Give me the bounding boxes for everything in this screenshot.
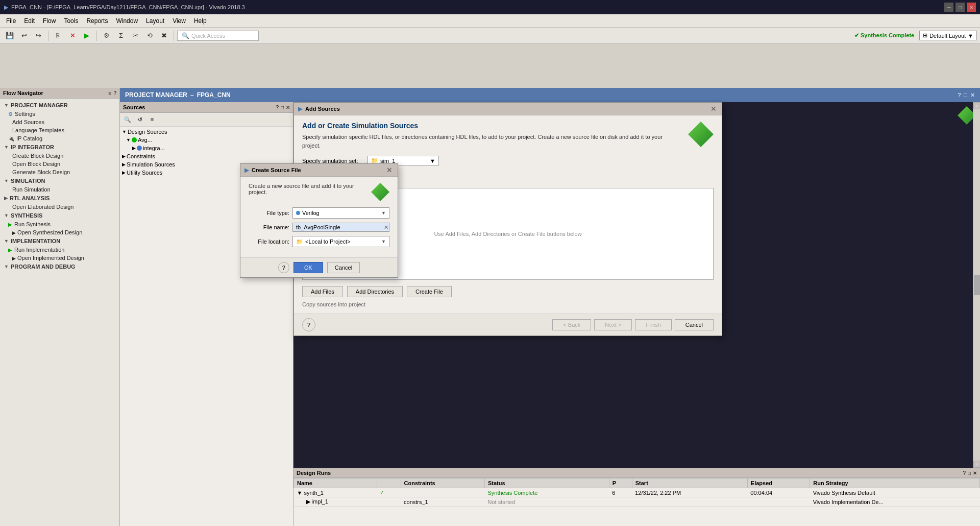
menu-reports[interactable]: Reports: [82, 16, 112, 26]
nav-item-open-block-design[interactable]: Open Block Design: [0, 160, 119, 168]
file-type-dropdown[interactable]: Verilog ▼: [292, 207, 389, 219]
nav-item-language-templates[interactable]: Language Templates: [0, 126, 119, 134]
nav-item-add-sources[interactable]: Add Sources: [0, 118, 119, 126]
create-file-button[interactable]: Create File: [407, 286, 452, 297]
titlebar: ▶ FPGA_CNN - [E:/FPGA_Learn/FPGA/Day1211…: [0, 0, 980, 14]
nav-item-run-simulation[interactable]: Run Simulation: [0, 185, 119, 194]
create-source-help-btn[interactable]: ?: [278, 262, 289, 273]
scroll-thumb[interactable]: [974, 275, 980, 295]
cancel-button[interactable]: Cancel: [675, 319, 714, 330]
create-source-header: ▶ Create Source File ✕: [240, 164, 398, 177]
tree-item-avg[interactable]: ▼ Avg...: [120, 136, 293, 144]
pm-close-btn[interactable]: ✕: [970, 92, 975, 99]
quick-access-bar[interactable]: 🔍 Quick Access: [177, 31, 259, 41]
tools-btn-3[interactable]: ✂: [129, 30, 142, 42]
close-button[interactable]: ✕: [967, 3, 976, 12]
help-circle-btn[interactable]: ?: [302, 318, 315, 331]
add-directories-button[interactable]: Add Directories: [347, 286, 403, 297]
sources-search-btn[interactable]: 🔍: [122, 114, 133, 125]
finish-button[interactable]: Finish: [635, 319, 671, 330]
cut-button[interactable]: ✕: [66, 30, 79, 42]
nav-item-ip-catalog[interactable]: 🔌 IP Catalog: [0, 134, 119, 142]
sources-help-btn[interactable]: ?: [276, 105, 279, 110]
design-runs-close-btn[interactable]: ✕: [973, 470, 977, 476]
nav-section-synthesis[interactable]: ▼ SYNTHESIS: [0, 211, 119, 220]
nav-section-ip-integrator[interactable]: ▼ IP INTEGRATOR: [0, 142, 119, 152]
tree-item-label: Avg...: [138, 137, 152, 143]
nav-item-open-elaborated[interactable]: Open Elaborated Design: [0, 203, 119, 211]
tree-item-constraints[interactable]: ▶ Constraints: [120, 152, 293, 160]
menu-help[interactable]: Help: [190, 16, 211, 26]
menu-tools[interactable]: Tools: [60, 16, 82, 26]
nav-section-simulation[interactable]: ▼ SIMULATION: [0, 176, 119, 185]
menu-layout[interactable]: Layout: [142, 16, 168, 26]
nav-item-open-implemented[interactable]: ▶ Open Implemented Design: [0, 254, 119, 262]
cell-start: [632, 497, 747, 507]
run-button[interactable]: ▶: [80, 30, 93, 42]
create-source-dialog[interactable]: ▶ Create Source File ✕ Create a new sour…: [240, 163, 398, 278]
add-files-button[interactable]: Add Files: [302, 286, 343, 297]
nav-section-program-debug[interactable]: ▼ PROGRAM AND DEBUG: [0, 262, 119, 271]
layout-dropdown[interactable]: ⊞ Default Layout ▼: [919, 31, 977, 40]
nav-section-rtl-analysis[interactable]: ▶ RTL ANALYSIS: [0, 194, 119, 203]
tools-btn-2[interactable]: Σ: [114, 30, 128, 42]
nav-item-settings[interactable]: ⚙ Settings: [0, 110, 119, 118]
nav-item-run-implementation[interactable]: ▶ Run Implementation: [0, 246, 119, 254]
design-runs-expand-btn[interactable]: □: [968, 470, 971, 476]
scroll-down-arrow[interactable]: ▼: [973, 461, 980, 468]
nav-item-create-block-design[interactable]: Create Block Design: [0, 152, 119, 160]
tree-item-design-sources[interactable]: ▼ Design Sources: [120, 128, 293, 136]
add-sources-close-btn[interactable]: ✕: [709, 105, 718, 113]
create-source-close-btn[interactable]: ✕: [385, 166, 394, 174]
tools-btn-4[interactable]: ⟲: [143, 30, 156, 42]
save-button[interactable]: 💾: [3, 30, 16, 42]
cell-check: [377, 497, 401, 507]
ok-button[interactable]: OK: [293, 262, 323, 273]
table-row[interactable]: ▶ impl_1 constrs_1 Not started Vivado Im…: [294, 497, 980, 507]
menu-flow[interactable]: Flow: [39, 16, 60, 26]
scroll-up-arrow[interactable]: ▲: [973, 102, 980, 109]
menu-edit[interactable]: Edit: [20, 16, 39, 26]
sources-expand-btn[interactable]: □: [281, 105, 284, 110]
pm-project: FPGA_CNN: [197, 91, 231, 99]
tools-btn-5[interactable]: ✖: [157, 30, 170, 42]
clear-filename-btn[interactable]: ✕: [384, 224, 388, 231]
redo-button[interactable]: ↪: [32, 30, 45, 42]
sources-close-btn[interactable]: ✕: [286, 105, 290, 110]
flow-navigator: Flow Navigator ≡ ? ▼ PROJECT MANAGER ⚙ S…: [0, 88, 120, 526]
nav-section-project-manager[interactable]: ▼ PROJECT MANAGER: [0, 101, 119, 110]
copy-button[interactable]: ⎘: [52, 30, 65, 42]
flow-nav-expand-btn[interactable]: ≡: [109, 90, 112, 96]
tree-item-integra[interactable]: ▶ integra...: [120, 144, 293, 152]
pm-expand-btn[interactable]: □: [964, 92, 967, 99]
pm-help-btn[interactable]: ?: [958, 92, 961, 99]
cancel-button[interactable]: Cancel: [327, 262, 360, 273]
back-button[interactable]: < Back: [552, 319, 591, 330]
table-row[interactable]: ▼ synth_1 ✓ Synthesis Complete 6 12/31/2…: [294, 488, 980, 497]
flow-nav-help-btn[interactable]: ?: [113, 90, 116, 96]
design-runs-help-btn[interactable]: ?: [963, 470, 966, 476]
sources-expand-all-btn[interactable]: ≡: [146, 114, 158, 125]
nav-item-run-synthesis[interactable]: ▶ Run Synthesis: [0, 220, 119, 228]
undo-button[interactable]: ↩: [17, 30, 31, 42]
next-button[interactable]: Next >: [594, 319, 632, 330]
maximize-button[interactable]: □: [955, 3, 965, 12]
nav-section-implementation[interactable]: ▼ IMPLEMENTATION: [0, 236, 119, 246]
file-name-row: File name: ✕: [249, 223, 389, 232]
tools-btn-1[interactable]: ⚙: [100, 30, 113, 42]
menu-file[interactable]: File: [2, 16, 20, 26]
nav-item-open-synthesized[interactable]: ▶ Open Synthesized Design: [0, 228, 119, 236]
file-name-input-wrapper[interactable]: ✕: [292, 223, 389, 232]
nav-item-generate-block-design[interactable]: Generate Block Design: [0, 168, 119, 176]
menu-window[interactable]: Window: [112, 16, 142, 26]
vertical-scrollbar[interactable]: ▲ ▼: [973, 102, 980, 468]
main-layout: Flow Navigator ≡ ? ▼ PROJECT MANAGER ⚙ S…: [0, 88, 980, 526]
file-location-dropdown[interactable]: 📁 <Local to Project> ▼: [292, 236, 389, 247]
menu-view[interactable]: View: [168, 16, 190, 26]
chevron-right-icon: ▶: [122, 162, 126, 167]
file-name-input[interactable]: [292, 223, 389, 232]
minimize-button[interactable]: ─: [944, 3, 953, 12]
cell-start: 12/31/22, 2:22 PM: [632, 488, 747, 497]
chevron-right-icon: ▶: [132, 146, 136, 151]
sources-refresh-btn[interactable]: ↺: [134, 114, 145, 125]
